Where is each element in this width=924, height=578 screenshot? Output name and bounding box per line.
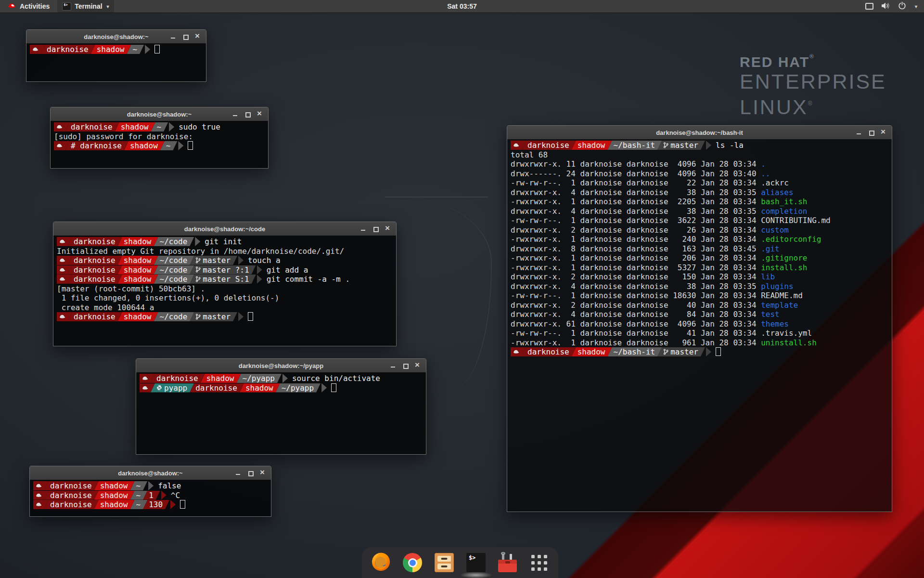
prompt-segment-host: shadow (91, 45, 131, 54)
prompt-segment-user: darknoise (151, 374, 205, 383)
maximize-button[interactable] (373, 226, 378, 232)
command-text: false (158, 481, 181, 490)
prompt-segment-user: darknoise (522, 347, 576, 356)
maximize-button[interactable] (403, 363, 408, 368)
terminal-content[interactable]: darknoiseshadow~sudo true[sudo] password… (51, 121, 268, 168)
ls-row: drwxrwxr-x. 4 darknoise darknoise 84 Jan… (511, 310, 892, 319)
prompt-segment-branch: master (190, 256, 237, 265)
close-button[interactable] (385, 226, 391, 232)
redhat-logo-icon (8, 2, 16, 11)
window-titlebar[interactable]: darknoise@shadow:~/code (53, 222, 396, 236)
terminal-content[interactable]: darknoiseshadow~/pyappsource bin/activat… (136, 372, 426, 454)
maximize-button[interactable] (245, 112, 250, 117)
window-titlebar[interactable]: darknoise@shadow:~/bash-it (507, 126, 892, 140)
terminal-cursor (180, 500, 185, 509)
dock-item-chrome[interactable] (403, 553, 423, 573)
app-menu-terminal[interactable]: Terminal ▾ (57, 0, 114, 13)
prompt-segment-branch: master ?:1 (190, 265, 256, 275)
system-menu-chevron-icon[interactable]: ▾ (915, 4, 917, 9)
power-icon[interactable] (898, 1, 906, 11)
prompt-line: darknoiseshadow~sudo true (54, 122, 268, 132)
prompt-segment-host: shadow (94, 491, 135, 500)
ls-row: drwxrwxr-x. 11 darknoise darknoise 4096 … (511, 159, 892, 169)
dock-item-app-grid[interactable] (529, 553, 549, 573)
minimize-button[interactable] (360, 226, 366, 232)
output-line: create mode 100644 a (57, 303, 396, 313)
terminal-content[interactable]: darknoiseshadow~/codegit initInitialized… (53, 236, 396, 346)
dock-item-files[interactable] (435, 553, 454, 573)
prompt-segment-branch: master (190, 312, 237, 321)
maximize-button[interactable] (183, 34, 188, 39)
file-name: .ackrc (761, 178, 789, 187)
prompt-arrow-icon (706, 141, 711, 150)
close-button[interactable] (881, 130, 886, 135)
terminal-window-code: darknoise@shadow:~/code darknoiseshadow~… (53, 222, 397, 346)
ls-row: -rwxrwxr-x. 1 darknoise darknoise 206 Ja… (511, 253, 892, 263)
window-title: darknoise@shadow:~ (84, 33, 148, 40)
command-text: source bin/activate (292, 374, 380, 383)
ls-row: drwxrwxr-x. 8 darknoise darknoise 163 Ja… (511, 244, 892, 254)
file-name: .git (761, 244, 780, 253)
window-titlebar[interactable]: darknoise@shadow:~ (30, 466, 271, 480)
command-text: ls -la (716, 141, 744, 150)
prompt-arrow-icon (257, 275, 262, 284)
close-button[interactable] (195, 34, 201, 39)
file-name: install.sh (761, 263, 807, 272)
terminal-window-sudo: darknoise@shadow:~ darknoiseshadow~sudo … (50, 107, 269, 169)
file-name: .gitignore (761, 253, 807, 263)
command-text: git add a (267, 265, 308, 275)
ls-row: -rw-rw-r--. 1 darknoise darknoise 41 Jan… (511, 328, 892, 338)
prompt-segment-host: shadow (94, 500, 135, 509)
ls-row: drwxrwxr-x. 2 darknoise darknoise 40 Jan… (511, 301, 892, 310)
prompt-segment-user: darknoise (68, 237, 122, 246)
file-name: themes (761, 319, 789, 328)
maximize-button[interactable] (869, 130, 874, 135)
minimize-button[interactable] (235, 471, 241, 476)
prompt-segment-user: darknoise (44, 500, 99, 509)
prompt-segment-status: 130 (143, 500, 169, 509)
ls-row: drwxrwxr-x. 61 darknoise darknoise 4096 … (511, 319, 892, 329)
file-name: . (761, 159, 766, 169)
close-button[interactable] (415, 363, 421, 368)
terminal-content[interactable]: darknoiseshadow~ (26, 43, 206, 81)
ls-row: drwx------. 24 darknoise darknoise 4096 … (511, 169, 892, 179)
prompt-segment-path: ~/code (154, 275, 194, 284)
minimize-button[interactable] (856, 130, 861, 135)
window-titlebar[interactable]: darknoise@shadow:~ (26, 30, 206, 44)
minimize-button[interactable] (170, 34, 176, 39)
terminal-content[interactable]: darknoiseshadow~falsedarknoiseshadow~1^C… (30, 480, 271, 516)
screen-icon[interactable] (865, 3, 873, 10)
close-button[interactable] (260, 471, 266, 476)
terminal-content[interactable]: darknoiseshadow~/bash-itmasterls -latota… (507, 139, 892, 512)
maximize-button[interactable] (248, 471, 253, 476)
prompt-segment-host: shadow (572, 141, 612, 150)
dock-item-toolbox[interactable] (498, 553, 517, 573)
dock-item-terminal[interactable] (466, 553, 486, 573)
activities-label: Activities (20, 2, 50, 10)
ls-row: -rwxrwxr-x. 1 darknoise darknoise 2205 J… (511, 197, 892, 207)
window-titlebar[interactable]: darknoise@shadow:~ (51, 107, 268, 121)
dock-item-firefox[interactable] (371, 553, 391, 573)
prompt-arrow-icon (321, 383, 327, 393)
prompt-segment-host: shadow (118, 237, 158, 246)
clock-label[interactable]: Sat 03:57 (447, 2, 476, 10)
command-text: git commit -a -m . (267, 275, 350, 284)
file-name: plugins (761, 282, 793, 291)
prompt-arrow-icon (195, 237, 200, 246)
activities-button[interactable]: Activities (4, 0, 53, 13)
active-app-glow (460, 572, 492, 578)
file-name: bash_it.sh (761, 197, 807, 206)
prompt-arrow-icon (170, 500, 176, 509)
prompt-line: darknoiseshadow~130 (33, 500, 271, 510)
window-title: darknoise@shadow:~/bash-it (656, 129, 743, 136)
close-button[interactable] (257, 112, 263, 117)
prompt-segment-path: ~/pyapp (276, 383, 321, 393)
app-menu-label: Terminal (75, 2, 102, 10)
prompt-segment-host: shadow (124, 141, 165, 150)
minimize-button[interactable] (232, 112, 238, 117)
volume-icon[interactable] (881, 2, 890, 11)
ls-row: drwxrwxr-x. 2 darknoise darknoise 150 Ja… (511, 272, 892, 282)
output-line: Initialized empty Git repository in /hom… (57, 247, 396, 256)
window-titlebar[interactable]: darknoise@shadow:~/pyapp (136, 359, 426, 373)
minimize-button[interactable] (390, 363, 396, 368)
